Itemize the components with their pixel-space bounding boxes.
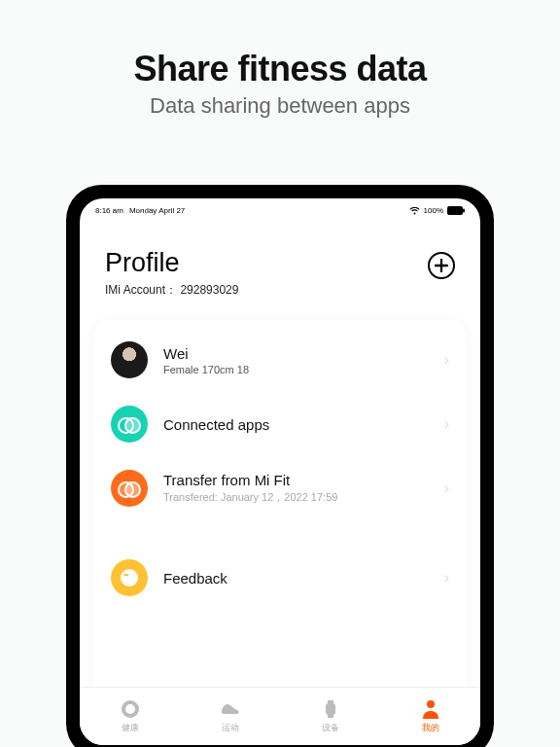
battery-percent: 100% <box>424 206 443 215</box>
tab-workout[interactable]: 运动 <box>180 688 280 745</box>
device-frame: 8:16 am Monday April 27 100% Profile IMi… <box>66 185 494 747</box>
connected-apps-icon <box>111 406 148 443</box>
ring-icon <box>120 698 141 720</box>
promo-title: Share fitness data <box>0 49 560 89</box>
account-id: 292893029 <box>180 283 238 297</box>
account-label: IMi Account： <box>105 283 177 297</box>
tab-device[interactable]: 设备 <box>280 688 380 745</box>
tab-mine[interactable]: 我的 <box>380 688 480 745</box>
svg-rect-3 <box>326 703 335 715</box>
person-icon <box>420 698 441 720</box>
tab-health[interactable]: 健康 <box>80 688 180 745</box>
feedback-title: Feedback <box>163 570 444 587</box>
transfer-icon <box>111 470 148 507</box>
battery-icon <box>447 206 465 215</box>
user-name: Wei <box>163 345 444 362</box>
chevron-right-icon: › <box>444 569 449 587</box>
screen: 8:16 am Monday April 27 100% Profile IMi… <box>80 198 480 745</box>
user-row[interactable]: Wei Female 170cm 18 › <box>93 328 467 392</box>
page-title: Profile <box>105 248 238 278</box>
chevron-right-icon: › <box>444 415 449 433</box>
tab-health-label: 健康 <box>122 722 139 734</box>
tab-device-label: 设备 <box>322 722 339 734</box>
status-date: Monday April 27 <box>129 206 185 215</box>
transfer-sub: Transfered: January 12，2022 17:59 <box>163 490 444 505</box>
account-line: IMi Account： 292893029 <box>105 282 238 299</box>
chevron-right-icon: › <box>444 351 449 369</box>
profile-header: Profile IMi Account： 292893029 <box>80 215 480 299</box>
svg-rect-0 <box>447 206 463 215</box>
avatar <box>111 341 148 378</box>
svg-point-2 <box>123 702 137 716</box>
svg-rect-1 <box>463 209 465 213</box>
tab-mine-label: 我的 <box>422 722 439 734</box>
status-bar: 8:16 am Monday April 27 100% <box>80 198 480 215</box>
feedback-row[interactable]: Feedback › <box>93 546 467 610</box>
status-time: 8:16 am <box>95 206 123 215</box>
promo-subtitle: Data sharing between apps <box>0 93 560 119</box>
chevron-right-icon: › <box>444 480 449 497</box>
tab-workout-label: 运动 <box>222 722 239 734</box>
plus-icon <box>435 259 448 272</box>
watch-icon <box>320 698 341 720</box>
connected-apps-row[interactable]: Connected apps › <box>93 392 467 456</box>
svg-rect-5 <box>328 715 333 718</box>
shoe-icon <box>220 698 241 720</box>
feedback-icon <box>111 559 148 596</box>
connected-apps-title: Connected apps <box>163 416 444 433</box>
promo-header: Share fitness data Data sharing between … <box>0 0 560 119</box>
transfer-title: Transfer from Mi Fit <box>163 472 444 488</box>
settings-card: Wei Female 170cm 18 › Connected apps › T… <box>93 320 467 745</box>
wifi-icon <box>409 207 420 215</box>
add-button[interactable] <box>428 252 455 279</box>
user-meta: Female 170cm 18 <box>163 364 444 375</box>
svg-rect-4 <box>328 700 333 703</box>
transfer-row[interactable]: Transfer from Mi Fit Transfered: January… <box>93 456 467 520</box>
tab-bar: 健康 运动 设备 我的 <box>80 687 480 745</box>
svg-point-6 <box>427 700 435 708</box>
